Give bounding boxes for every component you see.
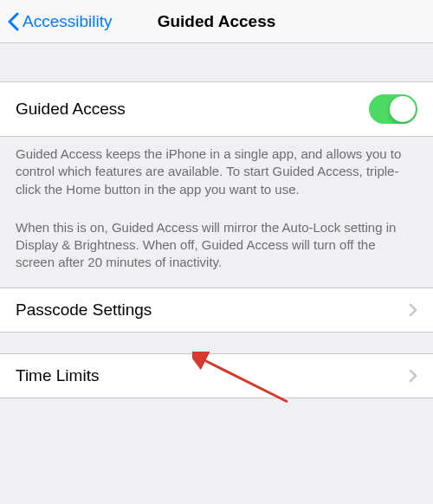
chevron-left-icon <box>7 12 19 31</box>
navigation-bar: Accessibility Guided Access <box>0 0 433 43</box>
passcode-settings-row[interactable]: Passcode Settings <box>0 288 433 333</box>
chevron-right-icon <box>409 303 417 317</box>
section-spacer <box>0 333 433 353</box>
guided-access-toggle-row: Guided Access <box>0 81 433 137</box>
guided-access-toggle[interactable] <box>369 94 417 124</box>
footer-text-1: Guided Access keeps the iPhone in a sing… <box>0 137 433 198</box>
time-limits-label: Time Limits <box>16 366 99 385</box>
passcode-settings-label: Passcode Settings <box>16 300 152 320</box>
toggle-label: Guided Access <box>16 100 126 119</box>
chevron-right-icon <box>409 369 417 383</box>
page-title: Guided Access <box>158 12 276 31</box>
toggle-knob <box>390 96 416 122</box>
back-button[interactable]: Accessibility <box>7 12 112 31</box>
time-limits-row[interactable]: Time Limits <box>0 353 433 398</box>
section-spacer <box>0 43 433 81</box>
back-label: Accessibility <box>23 12 112 31</box>
footer-text-2: When this is on, Guided Access will mirr… <box>0 198 433 288</box>
